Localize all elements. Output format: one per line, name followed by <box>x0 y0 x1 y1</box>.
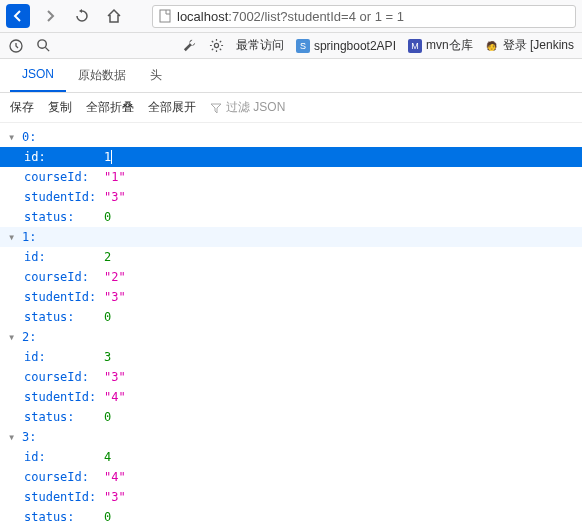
table-row[interactable]: courseId:"1" <box>0 167 582 187</box>
bookmark-frequent[interactable]: 最常访问 <box>236 37 284 54</box>
history-icon[interactable] <box>8 38 24 54</box>
search-icon[interactable] <box>36 38 51 53</box>
table-row[interactable]: status:0 <box>0 507 582 527</box>
chevron-down-icon: ▾ <box>8 430 20 444</box>
chevron-down-icon: ▾ <box>8 230 20 244</box>
filter-icon <box>210 102 222 114</box>
tab-raw[interactable]: 原始数据 <box>66 59 138 92</box>
table-row[interactable]: studentId:"3" <box>0 287 582 307</box>
bookmark-jenkins[interactable]: 🧑登录 [Jenkins <box>485 37 574 54</box>
array-index[interactable]: ▾0: <box>0 127 582 147</box>
table-row[interactable]: status:0 <box>0 407 582 427</box>
collapse-all-button[interactable]: 全部折叠 <box>86 99 134 116</box>
table-row[interactable]: studentId:"3" <box>0 487 582 507</box>
table-row[interactable]: studentId:"3" <box>0 187 582 207</box>
svg-rect-0 <box>160 10 170 22</box>
expand-all-button[interactable]: 全部展开 <box>148 99 196 116</box>
table-row[interactable]: studentId:"4" <box>0 387 582 407</box>
table-row[interactable]: status:0 <box>0 207 582 227</box>
actions-bar: 保存 复制 全部折叠 全部展开 过滤 JSON <box>0 93 582 123</box>
back-button[interactable] <box>6 4 30 28</box>
array-index[interactable]: ▾3: <box>0 427 582 447</box>
url-text: localhost:7002/list?studentId=4 or 1 = 1 <box>177 9 569 24</box>
page-icon <box>159 9 171 23</box>
reload-button[interactable] <box>70 4 94 28</box>
bookmark-mvn[interactable]: Mmvn仓库 <box>408 37 473 54</box>
tab-headers[interactable]: 头 <box>138 59 174 92</box>
viewer-tabs: JSON 原始数据 头 <box>0 59 582 93</box>
table-row[interactable]: id:3 <box>0 347 582 367</box>
array-index[interactable]: ▾2: <box>0 327 582 347</box>
gear-icon[interactable] <box>209 38 224 53</box>
forward-button[interactable] <box>38 4 62 28</box>
table-row[interactable]: courseId:"4" <box>0 467 582 487</box>
table-row[interactable]: courseId:"3" <box>0 367 582 387</box>
jenkins-icon: 🧑 <box>485 39 499 53</box>
json-tree: ▾0: id:1 courseId:"1" studentId:"3" stat… <box>0 123 582 528</box>
tab-json[interactable]: JSON <box>10 59 66 92</box>
bookmarks-bar: 最常访问 Sspringboot2API Mmvn仓库 🧑登录 [Jenkins <box>0 33 582 59</box>
chevron-down-icon: ▾ <box>8 330 20 344</box>
copy-button[interactable]: 复制 <box>48 99 72 116</box>
svg-point-2 <box>38 40 46 48</box>
nav-toolbar: localhost:7002/list?studentId=4 or 1 = 1 <box>0 0 582 33</box>
table-row[interactable]: id:2 <box>0 247 582 267</box>
table-row[interactable]: id:1 <box>0 147 582 167</box>
table-row[interactable]: courseId:"2" <box>0 267 582 287</box>
chevron-down-icon: ▾ <box>8 130 20 144</box>
home-button[interactable] <box>102 4 126 28</box>
svg-point-3 <box>214 43 218 47</box>
table-row[interactable]: status:0 <box>0 307 582 327</box>
wrench-icon[interactable] <box>182 38 197 53</box>
bookmark-springboot[interactable]: Sspringboot2API <box>296 39 396 53</box>
filter-input[interactable]: 过滤 JSON <box>210 99 285 116</box>
table-row[interactable]: id:4 <box>0 447 582 467</box>
url-bar[interactable]: localhost:7002/list?studentId=4 or 1 = 1 <box>152 5 576 28</box>
save-button[interactable]: 保存 <box>10 99 34 116</box>
array-index[interactable]: ▾1: <box>0 227 582 247</box>
